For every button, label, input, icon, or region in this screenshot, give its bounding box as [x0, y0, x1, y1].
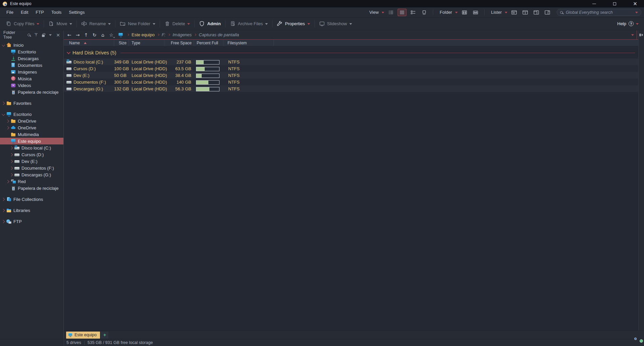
breadcrumb-este-equipo[interactable]: Este equipo — [132, 32, 155, 37]
forward-button[interactable]: → — [73, 31, 82, 39]
chevron-right-icon[interactable] — [6, 180, 9, 183]
column-header-name[interactable]: Name — [66, 40, 114, 46]
chevron-right-icon[interactable] — [10, 166, 13, 170]
chevron-down-icon[interactable] — [307, 23, 310, 25]
column-header-size[interactable]: Size — [114, 40, 129, 46]
tree-item-onedrive-cloud[interactable]: OneDrive — [0, 124, 63, 131]
folder-format-button[interactable] — [460, 9, 469, 16]
column-header-filesystem[interactable]: Filesystem — [224, 40, 274, 46]
tree-item-onedrive-folder[interactable]: OneDrive — [0, 118, 63, 124]
breadcrumb-imagenes[interactable]: Imágenes — [172, 32, 192, 37]
drive-row-documentos-f[interactable]: Documentos (F:) 300 GB Local Drive (HDD)… — [64, 79, 638, 85]
tree-close-icon[interactable]: × — [56, 33, 60, 37]
breadcrumb-f[interactable]: F: — [162, 32, 166, 37]
view-list-button[interactable] — [398, 9, 406, 16]
chevron-down-icon[interactable] — [2, 112, 5, 116]
delete-button[interactable]: Delete — [161, 19, 194, 29]
chevron-down-icon[interactable] — [265, 23, 268, 25]
tree-item-documentos-shortcut[interactable]: Documentos — [0, 62, 63, 69]
chevron-down-icon[interactable] — [6, 139, 9, 142]
tree-item-descargas-shortcut[interactable]: Descargas — [0, 55, 63, 62]
chevron-down-icon[interactable] — [2, 43, 5, 46]
breadcrumb[interactable]: Este equipo F: Imágenes Capturas de pant… — [115, 30, 637, 39]
lister-viewer-button[interactable] — [543, 9, 552, 16]
column-header-type[interactable]: Type — [129, 40, 164, 46]
tree-item-dev-e[interactable]: Dev (E:) — [0, 158, 63, 165]
tree-item-cursos-d[interactable]: Cursos (D:) — [0, 151, 63, 158]
chevron-right-icon[interactable] — [2, 198, 5, 201]
group-header-hard-disk-drives[interactable]: Hard Disk Drives (5) — [64, 49, 638, 56]
admin-button[interactable]: Admin — [195, 19, 224, 29]
chevron-down-icon[interactable] — [455, 12, 458, 13]
home-button[interactable]: ⌂ — [99, 31, 107, 39]
chevron-right-icon[interactable] — [2, 220, 5, 223]
menu-settings[interactable]: Settings — [65, 7, 88, 17]
view-thumbnail-button[interactable] — [420, 9, 429, 16]
view-details-button[interactable] — [387, 9, 395, 16]
chevron-down-icon[interactable] — [635, 12, 638, 13]
global-search[interactable] — [557, 9, 641, 16]
chevron-down-icon[interactable] — [505, 12, 507, 13]
copy-files-button[interactable]: Copy Files — [2, 19, 43, 29]
chevron-down-icon[interactable] — [187, 23, 190, 25]
tree-item-papelera[interactable]: Papelera de reciclaje — [0, 185, 63, 191]
help-label[interactable]: Help — [617, 21, 626, 26]
new-tab-button[interactable]: + — [101, 332, 108, 339]
chevron-down-icon[interactable] — [69, 23, 72, 25]
tree-item-musica-shortcut[interactable]: Música — [0, 75, 63, 82]
slideshow-button[interactable]: Slideshow — [315, 19, 356, 29]
chevron-down-icon[interactable] — [37, 23, 39, 25]
tree-lock-icon[interactable] — [42, 35, 45, 37]
tree-item-escritorio-shortcut[interactable]: Escritorio — [0, 48, 63, 55]
tree-item-favorites[interactable]: Favorites — [0, 100, 63, 106]
breadcrumb-capturas[interactable]: Capturas de pantalla — [199, 32, 239, 37]
search-input[interactable] — [565, 10, 633, 15]
dual-pane-toggle-icon[interactable] — [639, 33, 643, 37]
collapse-all-icon[interactable]: ↑ — [35, 33, 38, 37]
tree-item-file-collections[interactable]: File Collections — [0, 196, 63, 203]
chevron-down-icon[interactable] — [636, 23, 639, 25]
chevron-down-icon[interactable] — [67, 50, 70, 54]
tree-item-disco-local-c[interactable]: Disco local (C:) — [0, 144, 63, 151]
column-header-free-space[interactable]: Free Space — [164, 40, 194, 46]
lister-single-button[interactable] — [510, 9, 518, 16]
close-button[interactable]: × — [631, 0, 639, 7]
tree-item-videos-shortcut[interactable]: Videos — [0, 82, 63, 89]
view-tiles-button[interactable] — [409, 9, 417, 16]
menu-tools[interactable]: Tools — [48, 7, 65, 17]
tree-item-papelera-shortcut[interactable]: Papelera de reciclaje — [0, 89, 63, 95]
up-button[interactable]: ↑ — [82, 31, 90, 39]
tree-item-libraries[interactable]: Libraries — [0, 207, 63, 214]
drive-row-disco-local-c[interactable]: Disco local (C:) 349 GB Local Drive (HDD… — [64, 58, 638, 65]
tree-item-documentos-f[interactable]: Documentos (F:) — [0, 165, 63, 171]
help-icon[interactable]: ? — [629, 21, 634, 26]
chevron-right-icon[interactable] — [6, 126, 9, 129]
rename-button[interactable]: Rename — [78, 19, 114, 29]
chevron-right-icon[interactable] — [2, 209, 5, 212]
chevron-right-icon[interactable] — [10, 160, 13, 163]
drive-row-cursos-d[interactable]: Cursos (D:) 100 GB Local Drive (HDD) 63.… — [64, 65, 638, 72]
maximize-button[interactable] — [610, 0, 619, 7]
chevron-right-icon[interactable] — [10, 173, 13, 176]
chevron-right-icon[interactable] — [2, 101, 5, 105]
drive-row-descargas-g[interactable]: Descargas (G:) 132 GB Local Drive (HDD) … — [64, 85, 638, 92]
folder-lock-button[interactable] — [471, 9, 480, 16]
chevron-down-icon[interactable] — [153, 23, 155, 25]
move-button[interactable]: Move — [45, 19, 76, 29]
back-button[interactable]: ← — [65, 31, 73, 39]
chevron-down-icon[interactable] — [631, 34, 634, 36]
menu-file[interactable]: File — [3, 7, 17, 17]
refresh-button[interactable]: ↻ — [90, 31, 99, 39]
tree-item-escritorio-root[interactable]: Escritorio — [0, 111, 63, 118]
tree-item-red[interactable]: Red — [0, 178, 63, 185]
lister-tree-button[interactable] — [532, 9, 541, 16]
chevron-down-icon[interactable] — [108, 23, 111, 25]
folder-menu-label[interactable]: Folder — [440, 10, 452, 15]
tree-item-inicio[interactable]: Inicio — [0, 42, 63, 48]
tree-item-este-equipo[interactable]: Este equipo — [0, 138, 63, 144]
column-header-percent-full[interactable]: Percent Full — [194, 40, 224, 46]
drive-row-dev-e[interactable]: Dev (E:) 50 GB Local Drive (HDD) 38.4 GB… — [64, 72, 638, 79]
menu-edit[interactable]: Edit — [17, 7, 32, 17]
archive-files-button[interactable]: Archive Files — [226, 19, 271, 29]
file-list[interactable]: Hard Disk Drives (5) Disco local (C:) 34… — [64, 46, 638, 331]
